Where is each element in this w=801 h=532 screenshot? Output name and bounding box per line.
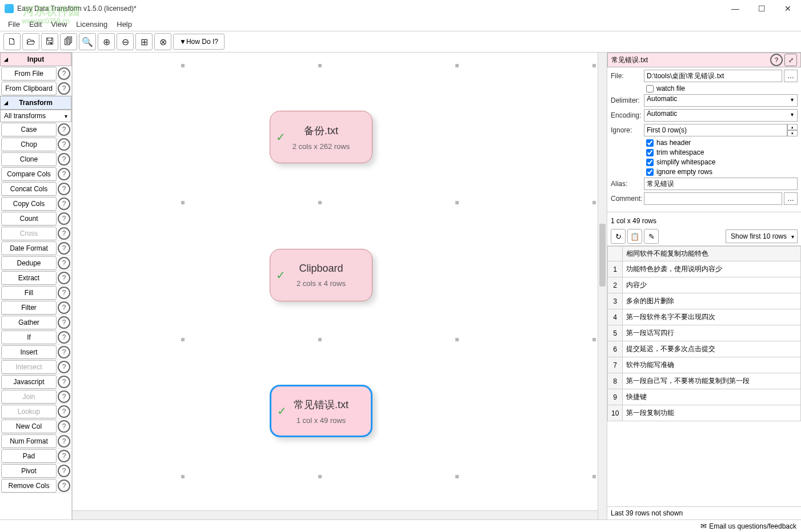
transform-case[interactable]: Case [1,123,57,136]
help-icon[interactable]: ? [58,301,70,314]
zoom-in-icon[interactable]: ⊕ [98,33,115,50]
help-icon[interactable]: ? [58,67,70,80]
help-icon[interactable]: ? [58,138,70,151]
transform-intersect[interactable]: Intersect [1,360,57,374]
transform-section-header[interactable]: ◢Transform [0,96,71,110]
help-icon[interactable]: ? [58,316,70,329]
menu-help[interactable]: Help [112,19,137,30]
canvas[interactable]: ✓备份.txt2 cols x 262 rows✓Clipboard2 cols… [72,53,607,519]
checkbox-simplify-whitespace[interactable] [646,159,654,166]
table-cell[interactable]: 软件功能写准确 [623,357,801,373]
help-icon[interactable]: ? [58,242,70,255]
feedback-link[interactable]: Email us questions/feedback [709,522,796,530]
watch-file-checkbox[interactable] [646,85,654,92]
transform-chop[interactable]: Chop [1,138,57,151]
cancel-icon[interactable]: ⊗ [154,33,171,50]
help-icon[interactable]: ? [58,376,70,388]
all-transforms-dropdown[interactable]: All transforms [0,110,71,122]
show-rows-dropdown[interactable]: Show first 10 rows [726,229,798,243]
table-cell[interactable]: 第一段软件名字不要出现四次 [623,309,801,325]
table-cell[interactable]: 第一段自己写，不要将功能复制到第一段 [623,373,801,389]
transform-pivot[interactable]: Pivot [1,464,57,478]
input-from-clipboard[interactable]: From Clipboard [1,82,57,95]
transform-if[interactable]: If [1,331,57,344]
menu-licensing[interactable]: Licensing [71,19,112,30]
zoom-out-icon[interactable]: ⊖ [117,33,134,50]
edit-icon[interactable]: ✎ [644,229,659,244]
help-icon[interactable]: ? [58,183,70,195]
input-from-file[interactable]: From File [1,67,57,80]
clipboard-icon[interactable]: 📋 [627,229,642,244]
help-icon[interactable]: ? [58,212,70,225]
table-cell[interactable]: 多余的图片删除 [623,293,801,309]
comment-input[interactable] [644,192,782,205]
grid-icon[interactable]: ⊞ [135,33,153,50]
column-header[interactable]: 相同软件不能复制功能特色 [623,247,801,261]
how-do-i-dropdown[interactable]: ▼How Do I? [173,34,225,50]
transform-remove-cols[interactable]: Remove Cols [1,479,57,493]
help-icon[interactable]: ? [58,123,70,136]
open-file-icon[interactable]: 🗁 [22,33,39,50]
transform-dedupe[interactable]: Dedupe [1,256,57,270]
help-icon[interactable]: ? [58,361,70,373]
menu-file[interactable]: File [3,19,25,30]
expand-icon[interactable]: ⤢ [784,54,797,66]
new-file-icon[interactable]: 🗋 [3,33,21,50]
table-cell[interactable]: 内容少 [623,277,801,293]
maximize-button[interactable]: ☐ [748,0,775,17]
help-icon[interactable]: ? [58,435,70,448]
encoding-select[interactable]: Automatic [644,109,798,122]
delimiter-select[interactable]: Automatic [644,94,798,107]
help-icon[interactable]: ? [58,82,70,95]
checkbox-has-header[interactable] [646,139,654,147]
help-icon[interactable]: ? [58,465,70,477]
help-icon[interactable]: ? [58,390,70,403]
mail-icon[interactable]: ✉ [700,522,707,530]
checkbox-trim-whitespace[interactable] [646,149,654,156]
table-cell[interactable]: 快捷键 [623,389,801,405]
comment-more-button[interactable]: … [784,192,798,205]
alias-input[interactable] [644,178,798,190]
transform-clone[interactable]: Clone [1,152,57,166]
close-button[interactable]: ✕ [775,0,801,17]
transform-filter[interactable]: Filter [1,301,57,315]
transform-copy-cols[interactable]: Copy Cols [1,197,57,211]
spin-down[interactable]: ▾ [787,130,798,136]
transform-insert[interactable]: Insert [1,345,57,359]
checkbox-ignore-empty-rows[interactable] [646,168,654,176]
help-icon[interactable]: ? [58,257,70,269]
scrollbar-thumb[interactable] [599,224,606,287]
transform-gather[interactable]: Gather [1,316,57,329]
help-icon[interactable]: ? [58,479,70,492]
zoom-icon[interactable]: 🔍 [79,33,96,50]
help-icon[interactable]: ? [58,450,70,462]
refresh-icon[interactable]: ↻ [611,229,626,244]
transform-javascript[interactable]: Javascript [1,375,57,389]
help-icon[interactable]: ? [58,420,70,433]
menu-edit[interactable]: Edit [25,19,46,30]
transform-lookup[interactable]: Lookup [1,405,57,418]
node[interactable]: ✓Clipboard2 cols x 4 rows [270,249,373,301]
minimize-button[interactable]: — [722,0,748,17]
help-icon[interactable]: ? [58,331,70,344]
transform-join[interactable]: Join [1,390,57,404]
input-section-header[interactable]: ◢Input [0,53,71,66]
canvas-scrollbar-horizontal[interactable] [73,510,598,519]
help-icon[interactable]: ? [58,153,70,166]
spin-up[interactable]: ▴ [787,124,798,130]
transform-compare-cols[interactable]: Compare Cols [1,167,57,181]
help-icon[interactable]: ? [770,54,783,66]
file-browse-button[interactable]: … [784,70,798,82]
transform-date-format[interactable]: Date Format [1,241,57,255]
table-cell[interactable]: 第一段复制功能 [623,405,801,421]
node[interactable]: ✓备份.txt2 cols x 262 rows [270,111,373,163]
transform-concat-cols[interactable]: Concat Cols [1,182,57,196]
transform-cross[interactable]: Cross [1,227,57,240]
table-cell[interactable]: 第一段话写四行 [623,325,801,341]
save-icon[interactable]: 🖫 [41,33,58,50]
menu-view[interactable]: View [46,19,71,30]
transform-count[interactable]: Count [1,212,57,225]
table-cell[interactable]: 提交延迟，不要多次点击提交 [623,341,801,357]
help-icon[interactable]: ? [58,198,70,210]
help-icon[interactable]: ? [58,227,70,240]
